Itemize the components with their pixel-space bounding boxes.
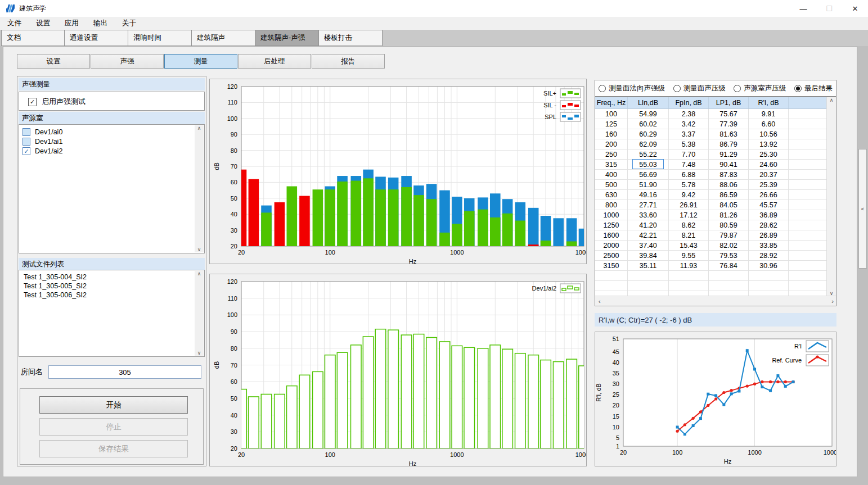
table-cell[interactable]: 26.91	[669, 200, 709, 210]
table-cell[interactable]: 250	[595, 149, 628, 159]
radio-option-0[interactable]: 测量面法向声强级	[599, 84, 665, 93]
menu-item-2[interactable]: 应用	[57, 19, 86, 28]
table-header-1[interactable]: LIn,dB	[628, 97, 669, 108]
table-cell[interactable]	[789, 251, 827, 260]
table-cell[interactable]: 55.03	[628, 160, 669, 169]
save-results-button[interactable]: 保存结果	[39, 440, 188, 457]
table-cell[interactable]: 26.89	[749, 230, 789, 240]
channel-item-0[interactable]: Dev1/ai0	[19, 127, 204, 137]
table-cell[interactable]: 1000	[595, 210, 628, 220]
table-cell[interactable]: 91.29	[709, 149, 749, 159]
table-cell[interactable]: 36.89	[749, 210, 789, 220]
table-cell[interactable]	[789, 200, 827, 210]
table-cell[interactable]: 79.53	[709, 251, 749, 260]
table-cell[interactable]	[789, 149, 827, 159]
table-header-2[interactable]: FpIn, dB	[669, 97, 709, 108]
table-cell[interactable]: 35.11	[628, 261, 669, 270]
table-cell[interactable]: 7.70	[669, 149, 709, 159]
table-cell[interactable]: 27.71	[628, 200, 669, 210]
table-header-0[interactable]: Freq., Hz	[595, 97, 628, 108]
table-cell[interactable]: 9.55	[669, 251, 709, 260]
table-cell[interactable]: 20.37	[749, 170, 789, 179]
start-button[interactable]: 开始	[39, 396, 188, 414]
scroll-up-icon[interactable]: ∧	[197, 271, 201, 277]
radio-option-1[interactable]: 测量面声压级	[673, 84, 726, 93]
table-horizontal-scrollbar[interactable]: ‹ ›	[595, 296, 836, 306]
table-cell[interactable]: 86.59	[709, 190, 749, 200]
table-cell[interactable]: 54.99	[628, 109, 669, 119]
table-cell[interactable]: 30.96	[749, 261, 789, 270]
table-cell[interactable]	[789, 170, 827, 179]
table-cell[interactable]: 25.30	[749, 149, 789, 159]
radio-dot-0[interactable]	[599, 85, 606, 92]
room-name-input[interactable]	[48, 365, 201, 379]
table-cell[interactable]: 87.83	[709, 170, 749, 179]
table-cell[interactable]: 51.90	[628, 180, 669, 189]
table-cell[interactable]: 76.84	[709, 261, 749, 270]
table-cell[interactable]: 84.05	[709, 200, 749, 210]
table-cell[interactable]: 28.92	[749, 251, 789, 260]
table-cell[interactable]: 125	[595, 119, 628, 129]
table-cell[interactable]: 55.22	[628, 149, 669, 159]
table-cell[interactable]: 5.38	[669, 139, 709, 149]
table-cell[interactable]: 33.60	[628, 210, 669, 220]
radio-dot-1[interactable]	[673, 85, 681, 92]
table-cell[interactable]: 500	[595, 180, 628, 189]
table-cell[interactable]: 79.87	[709, 230, 749, 240]
menu-item-0[interactable]: 文件	[0, 19, 29, 28]
table-cell[interactable]: 33.85	[749, 241, 789, 250]
table-cell[interactable]: 25.39	[749, 180, 789, 189]
table-cell[interactable]: 160	[595, 129, 628, 139]
table-cell[interactable]: 42.21	[628, 230, 669, 240]
table-cell[interactable]	[789, 261, 827, 270]
scroll-left-icon[interactable]: ‹	[599, 298, 601, 305]
main-tab-4[interactable]: 建筑隔声-声强	[255, 30, 319, 46]
table-cell[interactable]: 8.21	[669, 230, 709, 240]
table-cell[interactable]	[789, 241, 827, 250]
stop-button[interactable]: 停止	[39, 418, 188, 436]
test-file-item-1[interactable]: Test 1_305-005_SI2	[19, 282, 204, 291]
main-tab-0[interactable]: 文档	[1, 30, 65, 46]
channel-list-scrollbar[interactable]: ∧ ∨	[195, 125, 204, 252]
radio-option-3[interactable]: 最后结果	[794, 84, 833, 93]
table-cell[interactable]: 1250	[595, 220, 628, 230]
scroll-up-icon[interactable]: ∧	[830, 97, 834, 103]
table-cell[interactable]: 26.66	[749, 190, 789, 200]
minimize-button[interactable]: —	[790, 0, 816, 17]
table-cell[interactable]: 10.56	[749, 129, 789, 139]
test-file-item-2[interactable]: Test 1_305-006_SI2	[19, 291, 204, 300]
table-cell[interactable]: 49.16	[628, 190, 669, 200]
table-cell[interactable]: 2500	[595, 251, 628, 260]
table-cell[interactable]: 9.91	[749, 109, 789, 119]
table-cell[interactable]: 77.39	[709, 119, 749, 129]
table-cell[interactable]: 630	[595, 190, 628, 200]
panel-collapse-button[interactable]: <	[858, 149, 867, 269]
table-cell[interactable]: 86.79	[709, 139, 749, 149]
table-cell[interactable]	[789, 230, 827, 240]
table-cell[interactable]: 39.84	[628, 251, 669, 260]
maximize-button[interactable]: ☐	[816, 0, 842, 17]
menu-item-1[interactable]: 设置	[29, 19, 57, 28]
table-cell[interactable]	[789, 109, 827, 119]
table-cell[interactable]: 80.59	[709, 220, 749, 230]
table-cell[interactable]	[789, 220, 827, 230]
table-cell[interactable]: 56.69	[628, 170, 669, 179]
table-cell[interactable]: 1600	[595, 230, 628, 240]
table-cell[interactable]	[789, 210, 827, 220]
table-cell[interactable]: 9.42	[669, 190, 709, 200]
table-cell[interactable]: 6.88	[669, 170, 709, 179]
table-cell[interactable]: 37.40	[628, 241, 669, 250]
table-cell[interactable]: 15.43	[669, 241, 709, 250]
enable-intensity-checkbox[interactable]: ✓	[28, 98, 37, 106]
table-cell[interactable]: 100	[595, 109, 628, 119]
sub-tab-3[interactable]: 后处理	[238, 54, 311, 69]
file-list-scrollbar[interactable]: ∧ ∨	[195, 271, 204, 356]
table-cell[interactable]	[789, 129, 827, 139]
table-cell[interactable]: 13.92	[749, 139, 789, 149]
main-tab-5[interactable]: 楼板打击	[319, 30, 383, 46]
table-cell[interactable]: 60.29	[628, 129, 669, 139]
table-cell[interactable]: 82.02	[709, 241, 749, 250]
table-cell[interactable]: 62.09	[628, 139, 669, 149]
table-header-3[interactable]: LP1, dB	[709, 97, 749, 108]
channel-checkbox-2[interactable]: ✓	[23, 147, 30, 155]
